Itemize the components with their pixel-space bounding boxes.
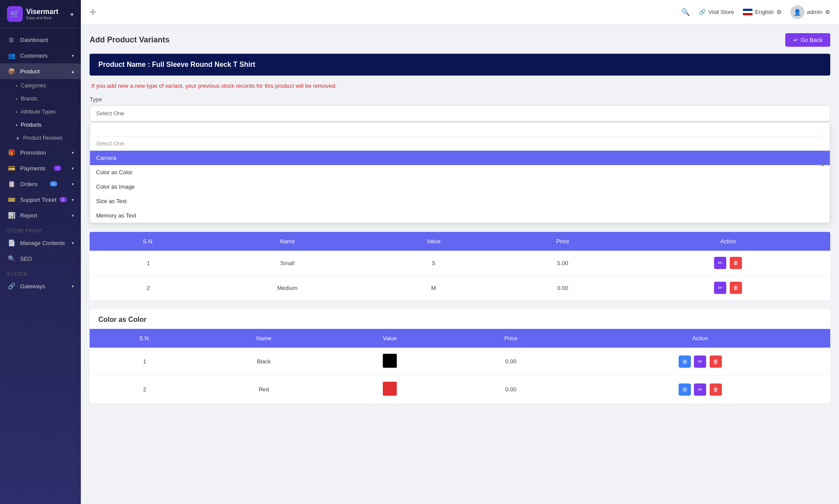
view-button[interactable]: ⊞ [679, 383, 691, 396]
orders-badge: 0 [50, 181, 57, 186]
search-icon[interactable]: 🔍 [681, 8, 690, 16]
col-name-header: Name [200, 329, 328, 348]
sidebar-item-payments[interactable]: 💳 Payments 1 ▾ [0, 160, 81, 176]
color-swatch-red [383, 382, 397, 396]
type-label: Type [90, 96, 830, 103]
cell-price: 0.00 [499, 276, 626, 300]
cell-price: 5.00 [499, 251, 626, 276]
cell-action: ⊞ ✏ 🗑 [570, 376, 830, 404]
edit-button[interactable]: ✏ [714, 257, 726, 269]
language-selector[interactable]: English ⚙ [743, 9, 782, 15]
cell-price: 0.00 [452, 348, 570, 376]
dropdown-option-color-as-image[interactable]: Color as Image [90, 180, 830, 194]
type-select-container: Select One ▲ Select One Camera Color as … [90, 105, 830, 223]
logo-text-block: Visermart Easy and Best [26, 8, 59, 20]
warning-message: If you add new a new type of variant, yo… [90, 83, 830, 89]
col-price-header: Price [452, 329, 570, 348]
sidebar-toggle[interactable]: ● [70, 10, 74, 17]
color-table-wrapper: S.N. Name Value Price Action 1 Black [90, 329, 830, 403]
table-row: 1 Small S 5.00 ✏ 🗑 [90, 251, 830, 276]
sidebar-item-brands[interactable]: Brands [0, 92, 81, 105]
sidebar-item-products[interactable]: Products [0, 118, 81, 131]
sidebar-label-customers: Customers [20, 52, 48, 59]
sidebar-label-support-ticket: Support Ticket [20, 197, 56, 203]
sidebar-item-support-ticket[interactable]: 🎫 Support Ticket 1 ▾ [0, 192, 81, 207]
chevron-down-icon: ▾ [72, 213, 74, 218]
dropdown-option-memory-as-text[interactable]: Memory as Text [90, 208, 830, 223]
sidebar-item-categories[interactable]: Categories [0, 79, 81, 92]
promotion-icon: 🎁 [7, 149, 16, 156]
cell-name: Medium [207, 276, 367, 300]
product-name-bar: Product Name : Full Sleeve Round Neck T … [90, 54, 830, 76]
dropdown-option-color-as-color[interactable]: Color as Color [90, 165, 830, 180]
brand-name: Visermart [26, 8, 59, 16]
col-sn-header: S.N. [90, 232, 207, 251]
sidebar-label-manage-contents: Manage Contents [20, 240, 65, 246]
chevron-down-icon: ▾ [72, 150, 74, 155]
col-sn-header: S.N. [90, 329, 200, 348]
payments-badge: 1 [54, 166, 61, 171]
visit-store-link[interactable]: 🔗 Visit Store [699, 9, 734, 15]
sidebar-item-report[interactable]: 📊 Report ▾ [0, 207, 81, 223]
dropdown-option-placeholder[interactable]: Select One [90, 136, 830, 151]
delete-button[interactable]: 🗑 [730, 257, 742, 269]
color-table-title: Color as Color [90, 309, 830, 329]
table-row: 2 Red 0.00 ⊞ ✏ 🗑 [90, 376, 830, 404]
customers-icon: 👥 [7, 52, 16, 59]
chevron-down-icon: ▾ [72, 284, 74, 289]
manage-contents-icon: 📄 [7, 239, 16, 246]
view-button[interactable]: ⊞ [679, 356, 691, 368]
table-header-row: S.N. Name Value Price Action [90, 329, 830, 348]
dropdown-search-input[interactable] [90, 123, 830, 136]
admin-name: admin [807, 9, 822, 15]
edit-button[interactable]: ✏ [714, 282, 726, 294]
cell-color-value [328, 348, 452, 376]
sidebar-item-promotion[interactable]: 🎁 Promotion ▾ [0, 145, 81, 160]
delete-button[interactable]: 🗑 [710, 383, 722, 396]
col-action-header: Action [626, 232, 830, 251]
expand-button[interactable]: ✛ [90, 7, 96, 17]
sidebar-item-gateways[interactable]: 🔗 Gateways ▾ [0, 278, 81, 294]
avatar: 👤 [790, 5, 804, 19]
lang-settings-icon: ⚙ [777, 9, 782, 15]
sidebar-label-attribute-types: Attribute Types [21, 109, 56, 115]
dropdown-option-size-as-text[interactable]: Size as Text [90, 194, 830, 208]
delete-button[interactable]: 🗑 [730, 282, 742, 294]
gateways-icon: 🔗 [7, 283, 16, 290]
sidebar-item-attribute-types[interactable]: Attribute Types [0, 105, 81, 118]
sidebar-item-seo[interactable]: 🔍 SEO [0, 251, 81, 266]
brand-tagline: Easy and Best [26, 16, 59, 20]
sidebar-item-customers[interactable]: 👥 Customers ▾ [0, 48, 81, 63]
cell-sn: 2 [90, 276, 207, 300]
select-arrow-icon: ▲ [820, 162, 825, 167]
orders-icon: 📋 [7, 180, 16, 187]
edit-button[interactable]: ✏ [694, 356, 706, 368]
col-name-header: Name [207, 232, 367, 251]
size-table-wrapper: S.N. Name Value Price Action 1 Small S 5 [90, 232, 830, 300]
cell-action: ✏ 🗑 [626, 276, 830, 300]
admin-profile[interactable]: 👤 admin ⚙ [790, 5, 830, 19]
sidebar-label-dashboard: Dashboard [20, 37, 48, 43]
edit-button[interactable]: ✏ [694, 383, 706, 396]
cell-value: M [367, 276, 499, 300]
support-icon: 🎫 [7, 196, 16, 203]
sidebar-item-product-reviews[interactable]: Product Reviews [0, 131, 81, 145]
color-variants-table: S.N. Name Value Price Action 1 Black [90, 329, 830, 403]
delete-button[interactable]: 🗑 [710, 356, 722, 368]
seo-icon: 🔍 [7, 255, 16, 262]
sidebar-item-product[interactable]: 📦 Product ▴ [0, 63, 81, 79]
sidebar-label-product: Product [20, 68, 40, 75]
type-select[interactable]: Select One ▲ [90, 105, 830, 121]
sidebar-nav: ⊞ Dashboard 👥 Customers ▾ 📦 Product ▴ Ca… [0, 28, 81, 504]
cell-color-value [328, 376, 452, 404]
color-swatch-black [383, 354, 397, 368]
go-back-button[interactable]: ↩ Go Back [785, 33, 830, 47]
sidebar-item-orders[interactable]: 📋 Orders 0 ▾ [0, 176, 81, 192]
sidebar-item-manage-contents[interactable]: 📄 Manage Contents ▾ [0, 235, 81, 251]
sidebar-item-dashboard[interactable]: ⊞ Dashboard [0, 32, 81, 48]
chevron-down-icon: ▾ [72, 241, 74, 245]
flag-icon [743, 9, 752, 15]
sidebar: 🛒 Visermart Easy and Best ● ⊞ Dashboard … [0, 0, 81, 504]
dropdown-option-camera[interactable]: Camera [90, 151, 830, 165]
size-variants-section: S.N. Name Value Price Action 1 Small S 5 [90, 232, 830, 300]
